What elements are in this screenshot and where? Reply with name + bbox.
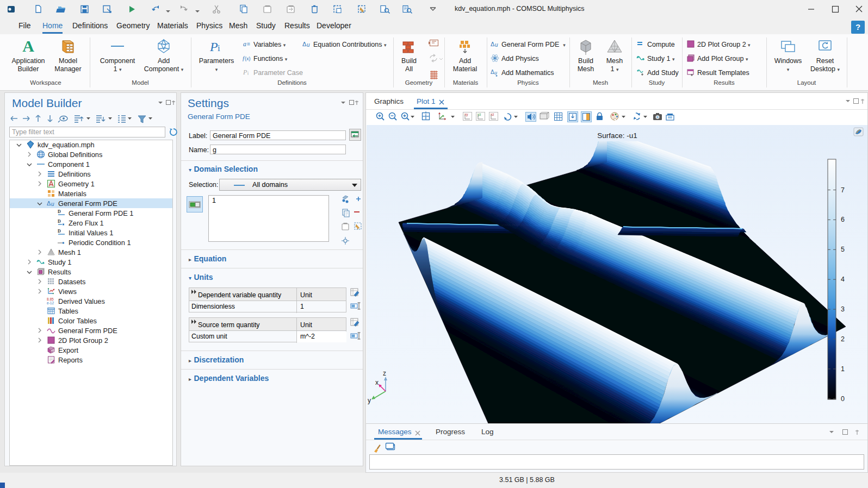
svg-text:=: = — [247, 41, 250, 47]
svg-text:Δ: Δ — [302, 41, 307, 47]
svg-text:P: P — [243, 68, 247, 76]
svg-text:z: z — [383, 370, 386, 377]
svg-text:i: i — [247, 71, 249, 76]
svg-text:P: P — [209, 40, 218, 54]
svg-text:y: y — [368, 397, 371, 404]
svg-text:5: 5 — [841, 246, 845, 253]
svg-text:a: a — [51, 350, 53, 353]
svg-text:(x): (x) — [245, 56, 251, 61]
svg-text:0: 0 — [841, 395, 845, 403]
svg-text:Δ: Δ — [47, 200, 51, 207]
svg-text:D: D — [58, 229, 61, 234]
svg-text:Δ: Δ — [491, 41, 495, 47]
svg-text:a: a — [243, 40, 246, 48]
svg-text:e-12: e-12 — [47, 301, 54, 305]
svg-text:2: 2 — [841, 335, 845, 343]
svg-text:Δ: Δ — [491, 69, 494, 75]
svg-text:u: u — [51, 201, 54, 207]
svg-text:u: u — [495, 42, 498, 48]
svg-text:7: 7 — [841, 186, 845, 194]
svg-text:i: i — [218, 43, 220, 53]
svg-text:A: A — [22, 37, 34, 55]
svg-text:D: D — [58, 219, 61, 224]
svg-text:8.85: 8.85 — [47, 297, 54, 301]
svg-text:x: x — [375, 379, 379, 386]
svg-text:1: 1 — [841, 365, 845, 373]
svg-text:3: 3 — [841, 305, 845, 313]
svg-text:Surface: -u1: Surface: -u1 — [597, 132, 637, 140]
svg-text:4: 4 — [841, 276, 845, 283]
svg-text:D: D — [58, 209, 61, 214]
svg-text:u: u — [494, 70, 497, 76]
svg-text:6: 6 — [841, 216, 845, 223]
svg-text:u: u — [307, 42, 310, 48]
